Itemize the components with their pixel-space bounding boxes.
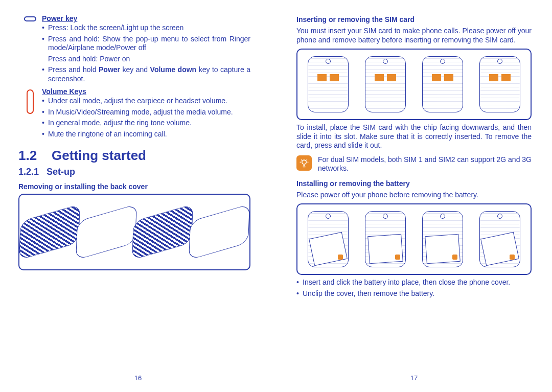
tip-box: For dual SIM models, both SIM 1 and SIM2… — [296, 155, 532, 173]
phone-illustration — [132, 204, 193, 260]
volume-keys-block: Volume Keys Under call mode, adjust the … — [18, 87, 250, 141]
phone-illustration — [76, 204, 137, 260]
sim-heading: Inserting or removing the SIM card — [296, 15, 532, 24]
figure-caption-back-cover: Removing or installing the back cover — [18, 182, 250, 191]
phone-illustration — [308, 56, 349, 112]
lightbulb-icon — [296, 155, 312, 171]
battery-paragraph: Please power off your phone before remov… — [296, 191, 532, 200]
list-item: In Music/Video/Streaming mode, adjust th… — [42, 108, 250, 117]
svg-point-0 — [302, 160, 306, 164]
power-key-block: Power key Press: Lock the screen/Light u… — [18, 14, 250, 85]
page-number: 17 — [276, 374, 552, 382]
page-number: 16 — [0, 374, 276, 382]
phone-illustration — [365, 211, 406, 267]
list-item: Press: Lock the screen/Light up the scre… — [42, 24, 250, 33]
page-right: Inserting or removing the SIM card You m… — [276, 0, 552, 392]
phone-illustration — [189, 204, 250, 260]
list-item: Unclip the cover, then remove the batter… — [296, 289, 532, 298]
subsection-number: 1.2.1 — [18, 167, 39, 177]
phone-illustration — [308, 211, 349, 267]
list-item: In general mode, adjust the ring tone vo… — [42, 119, 250, 128]
figure-back-cover — [18, 194, 250, 270]
volume-keys-list: Under call mode, adjust the earpiece or … — [42, 97, 250, 139]
battery-heading: Installing or removing the battery — [296, 179, 532, 188]
subsection-heading: 1.2.1 Set-up — [18, 167, 250, 177]
phone-illustration — [365, 56, 406, 112]
figure-battery — [296, 203, 532, 275]
battery-list: Insert and click the battery into place,… — [296, 278, 532, 298]
sim-paragraph: You must insert your SIM card to make ph… — [296, 27, 532, 44]
tip-text: For dual SIM models, both SIM 1 and SIM2… — [318, 155, 532, 173]
section-heading: 1.2 Getting started — [18, 148, 250, 164]
phone-illustration — [479, 56, 520, 112]
power-key-icon — [18, 14, 42, 21]
subsection-title: Set-up — [47, 167, 75, 177]
sim-after-paragraph: To install, place the SIM card with the … — [296, 123, 532, 150]
power-key-cont: Press and hold: Power on — [42, 55, 250, 64]
list-item: Insert and click the battery into place,… — [296, 278, 532, 287]
list-item: Under call mode, adjust the earpiece or … — [42, 97, 250, 106]
phone-illustration — [422, 56, 463, 112]
section-title: Getting started — [52, 148, 146, 163]
power-key-heading: Power key — [42, 14, 250, 22]
volume-key-icon — [18, 87, 42, 114]
section-number: 1.2 — [18, 148, 37, 163]
phone-illustration — [19, 204, 80, 260]
phone-illustration — [479, 211, 520, 267]
figure-sim — [296, 49, 532, 120]
list-item: Press and hold Power key and Volume down… — [42, 65, 250, 83]
power-key-list: Press: Lock the screen/Light up the scre… — [42, 24, 250, 53]
power-key-list-2: Press and hold Power key and Volume down… — [42, 65, 250, 83]
list-item: Mute the ringtone of an incoming call. — [42, 130, 250, 139]
list-item: Press and hold: Show the pop-up menu to … — [42, 35, 250, 53]
volume-keys-heading: Volume Keys — [42, 87, 250, 96]
page-left: Power key Press: Lock the screen/Light u… — [0, 0, 276, 392]
phone-illustration — [422, 211, 463, 267]
